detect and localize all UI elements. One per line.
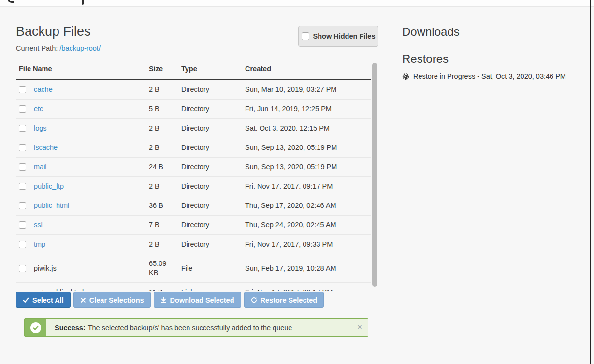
file-type: Directory: [181, 177, 245, 196]
file-type: Directory: [181, 158, 245, 177]
restore-selected-label: Restore Selected: [261, 296, 318, 304]
page-title: Backup Files: [16, 24, 91, 39]
file-created: Thu, Sep 24, 2020, 02:45 AM: [245, 216, 371, 235]
current-path-link[interactable]: /backup-root/: [59, 44, 101, 52]
column-header-file-name: File Name: [16, 59, 149, 80]
file-name: piwik.js: [34, 264, 57, 273]
file-size: 65.09 KB: [149, 254, 181, 283]
file-link[interactable]: tmp: [34, 240, 45, 249]
file-size: 5 B: [149, 100, 181, 119]
file-created: Sat, Oct 3, 2020, 12:15 PM: [245, 119, 371, 138]
file-size: 2 B: [149, 235, 181, 254]
page-title-clipped-fragment: [82, 0, 84, 5]
download-selected-label: Download Selected: [170, 296, 234, 304]
success-message: Success: The selected backup/s' has been…: [55, 319, 348, 336]
file-link[interactable]: public_html: [34, 201, 69, 210]
clear-selections-button[interactable]: Clear Selections: [73, 292, 151, 308]
gear-icon: [402, 73, 409, 80]
download-icon: [160, 297, 167, 303]
table-row: logs 2 B Directory Sat, Oct 3, 2020, 12:…: [16, 119, 371, 138]
restore-progress-label: Restore in Progress - Sat, Oct 3, 2020, …: [413, 73, 566, 80]
file-name: www -> public_html: [16, 288, 84, 291]
file-link[interactable]: logs: [34, 124, 47, 133]
row-checkbox[interactable]: [19, 144, 26, 151]
select-all-button[interactable]: Select All: [16, 292, 71, 308]
file-size: 36 B: [149, 196, 181, 216]
row-checkbox[interactable]: [19, 265, 26, 272]
file-created: Fri, Nov 17, 2017, 09:33 PM: [245, 235, 371, 254]
file-link[interactable]: ssl: [34, 220, 43, 230]
success-check-icon: [30, 322, 41, 333]
file-type: Directory: [181, 235, 245, 254]
success-label: Success:: [55, 324, 86, 332]
check-icon: [23, 297, 29, 303]
file-type: Directory: [181, 119, 245, 138]
file-size: 24 B: [149, 158, 181, 177]
file-type: Directory: [181, 100, 245, 119]
table-row: piwik.js 65.09 KB File Sun, Feb 17, 2019…: [16, 254, 371, 283]
restore-progress-item: Restore in Progress - Sat, Oct 3, 2020, …: [402, 73, 566, 80]
refresh-icon: [251, 297, 257, 303]
row-checkbox[interactable]: [19, 125, 26, 132]
file-size: 2 B: [149, 80, 181, 100]
table-actions: Select All Clear Selections Download Sel…: [16, 292, 324, 308]
file-size: 2 B: [149, 177, 181, 196]
file-created: Fri, Nov 17, 2017, 09:17 PM: [245, 283, 371, 291]
window-right-edge: [590, 0, 591, 364]
success-alert: Success: The selected backup/s' has been…: [24, 318, 368, 337]
file-created: Fri, Jun 14, 2019, 12:25 PM: [245, 100, 371, 119]
table-scrollbar-thumb[interactable]: [372, 63, 377, 287]
file-created: Sun, Feb 17, 2019, 10:28 AM: [245, 254, 371, 283]
row-checkbox[interactable]: [19, 86, 26, 93]
file-size: 11 B: [149, 283, 181, 291]
row-checkbox[interactable]: [19, 163, 26, 171]
table-row: mail 24 B Directory Sun, Sep 13, 2020, 0…: [16, 158, 371, 177]
file-type: Directory: [181, 216, 245, 235]
file-link[interactable]: lscache: [34, 143, 58, 152]
file-type: Directory: [181, 80, 245, 100]
file-created: Sun, Mar 10, 2019, 03:27 PM: [245, 80, 371, 100]
current-path-label: Current Path:: [16, 44, 58, 52]
table-row: lscache 2 B Directory Sun, Sep 13, 2020,…: [16, 138, 371, 158]
column-header-type: Type: [181, 59, 245, 80]
success-icon-block: [25, 319, 46, 336]
file-link[interactable]: cache: [34, 85, 53, 94]
row-checkbox[interactable]: [19, 202, 26, 209]
restore-selected-button[interactable]: Restore Selected: [244, 292, 324, 308]
table-row: public_html 36 B Directory Thu, Sep 17, …: [16, 196, 371, 216]
row-checkbox[interactable]: [19, 221, 26, 229]
file-link[interactable]: mail: [34, 162, 47, 172]
page-title-clipped-fragment: [7, 0, 14, 3]
file-type: Directory: [181, 196, 245, 216]
table-row: tmp 2 B Directory Fri, Nov 17, 2017, 09:…: [16, 235, 371, 254]
file-link[interactable]: public_ftp: [34, 182, 64, 191]
downloads-title: Downloads: [402, 25, 460, 39]
file-created: Fri, Nov 17, 2017, 09:17 PM: [245, 177, 371, 196]
table-row: ssl 7 B Directory Thu, Sep 24, 2020, 02:…: [16, 216, 371, 235]
show-hidden-files-checkbox[interactable]: [302, 32, 309, 40]
show-hidden-files-label: Show Hidden Files: [313, 32, 376, 40]
clear-selections-label: Clear Selections: [89, 296, 144, 304]
file-type: Directory: [181, 138, 245, 158]
table-row: etc 5 B Directory Fri, Jun 14, 2019, 12:…: [16, 100, 371, 119]
show-hidden-files-button[interactable]: Show Hidden Files: [298, 26, 378, 47]
backup-files-table: File Name Size Type Created cache 2 B Di…: [16, 59, 377, 291]
file-created: Sun, Sep 13, 2020, 05:19 PM: [245, 138, 371, 158]
close-icon[interactable]: ×: [357, 323, 362, 331]
column-header-created: Created: [245, 59, 371, 80]
x-icon: [80, 297, 86, 303]
file-link[interactable]: etc: [34, 104, 43, 114]
success-text: The selected backup/s' has been successf…: [88, 324, 292, 332]
file-size: 2 B: [149, 138, 181, 158]
table-row: public_ftp 2 B Directory Fri, Nov 17, 20…: [16, 177, 371, 196]
row-checkbox[interactable]: [19, 241, 26, 248]
file-size: 2 B: [149, 119, 181, 138]
download-selected-button[interactable]: Download Selected: [154, 292, 241, 308]
table-row: www -> public_html 11 B Link Fri, Nov 17…: [16, 283, 371, 291]
breadcrumb: Current Path: /backup-root/: [16, 44, 101, 52]
table-header-row: File Name Size Type Created: [16, 59, 371, 80]
column-header-size: Size: [149, 59, 181, 80]
row-checkbox[interactable]: [19, 105, 26, 113]
table-row: cache 2 B Directory Sun, Mar 10, 2019, 0…: [16, 80, 371, 100]
row-checkbox[interactable]: [19, 183, 26, 190]
